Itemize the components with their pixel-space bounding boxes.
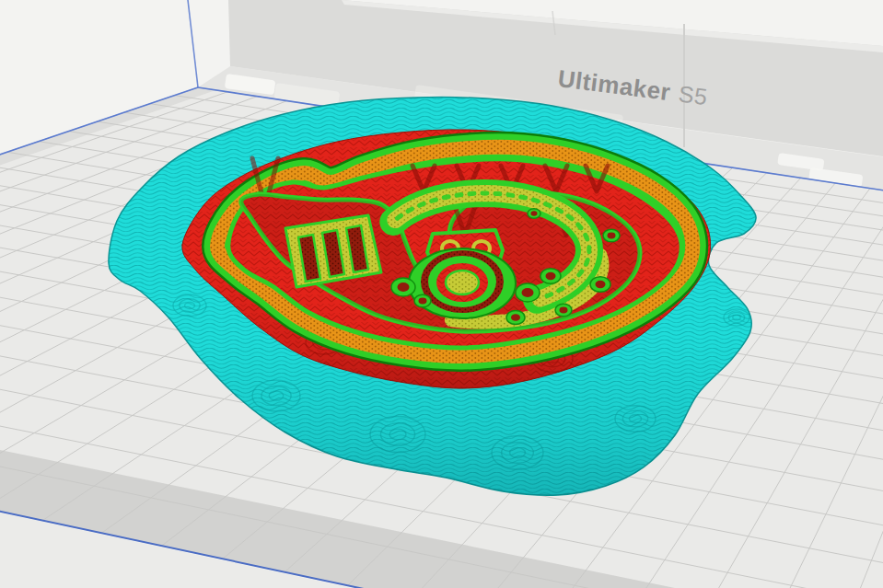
- gear-feature-core: [560, 307, 568, 314]
- boss-core: [446, 271, 479, 294]
- printer-model-text: S5: [677, 81, 709, 110]
- gear-feature-core: [419, 298, 427, 305]
- volume-vertical-edge: [188, 0, 198, 87]
- gear-feature-core: [596, 281, 606, 288]
- gear-feature-core: [398, 282, 410, 292]
- 3d-viewport[interactable]: [0, 0, 883, 588]
- cura-preview-screenshot: { "viewport": { "printer_label": { "bran…: [0, 0, 883, 588]
- gear-feature-core: [531, 211, 538, 215]
- gear-feature-core: [511, 314, 520, 321]
- gear-feature-core: [608, 233, 616, 239]
- gear-feature-core: [522, 288, 534, 297]
- gear-feature-core: [546, 272, 556, 280]
